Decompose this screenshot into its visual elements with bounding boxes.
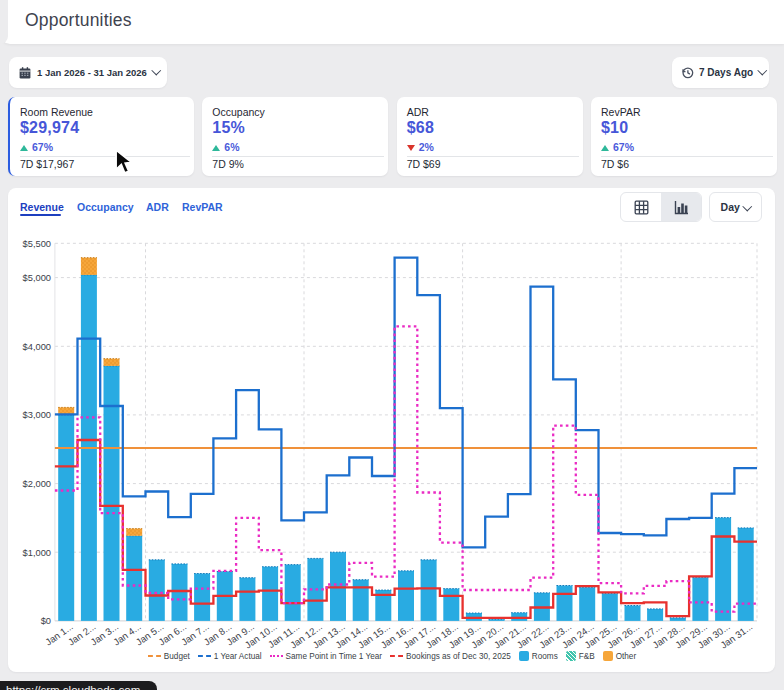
svg-text:$5,500: $5,500 xyxy=(23,239,51,249)
svg-text:$0: $0 xyxy=(41,616,51,626)
svg-text:$2,000: $2,000 xyxy=(23,479,51,489)
svg-text:$3,000: $3,000 xyxy=(23,410,51,420)
svg-text:$4,000: $4,000 xyxy=(23,342,51,352)
svg-text:$1,000: $1,000 xyxy=(23,548,51,558)
svg-text:$5,000: $5,000 xyxy=(23,273,51,283)
